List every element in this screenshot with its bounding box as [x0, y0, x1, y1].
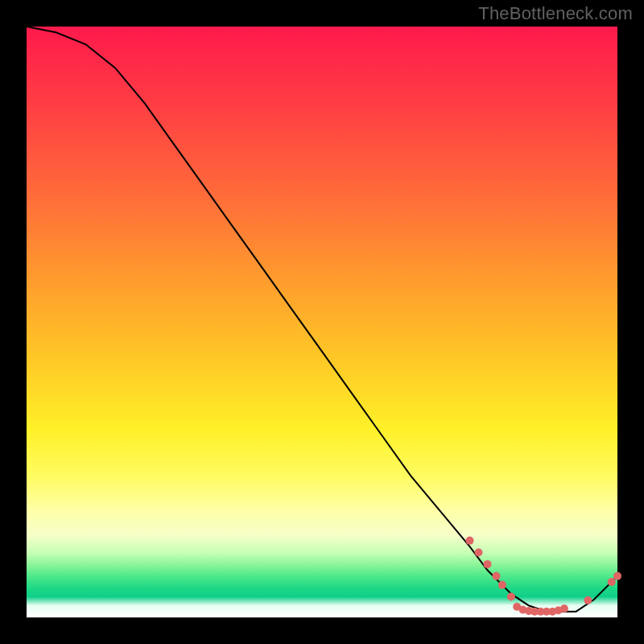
data-point-marker: [584, 597, 592, 605]
data-point-marker: [613, 572, 621, 580]
data-point-marker: [498, 581, 506, 589]
data-point-marker: [466, 537, 474, 545]
data-point-marker: [493, 572, 501, 580]
chart-frame: TheBottleneck.com: [0, 0, 644, 644]
data-point-marker: [484, 560, 492, 568]
bottleneck-curve: [27, 27, 617, 617]
watermark-text: TheBottleneck.com: [478, 3, 633, 24]
marker-group: [466, 537, 622, 616]
data-point-marker: [608, 578, 616, 586]
data-point-marker: [475, 548, 483, 556]
data-point-marker: [507, 592, 515, 601]
data-point-marker: [560, 605, 568, 613]
curve-line: [27, 27, 617, 612]
plot-area: [27, 27, 617, 617]
